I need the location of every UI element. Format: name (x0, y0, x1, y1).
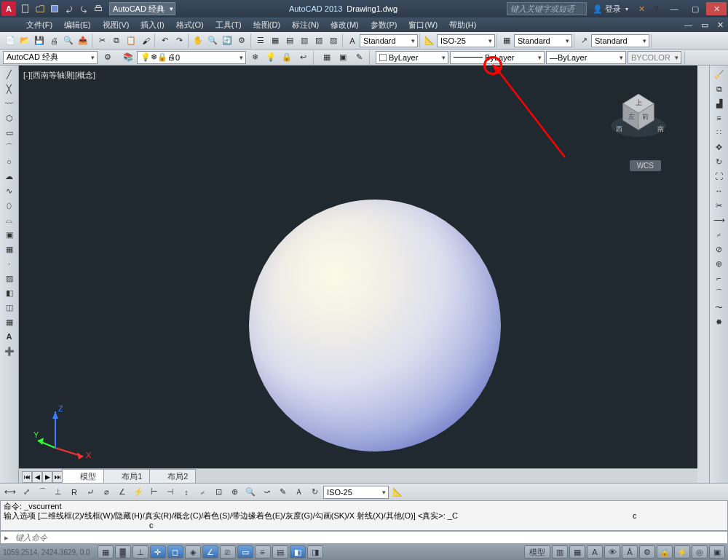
app-logo[interactable]: A (1, 1, 16, 16)
viewport-label[interactable]: [-][西南等轴测][概念] (23, 70, 95, 81)
dimstyle2-icon[interactable]: 📐 (390, 485, 405, 500)
coordinates[interactable]: 1059.2514, 2424.3629, 0.0 (3, 548, 90, 556)
dimbar-style-dropdown[interactable]: ISO-25 (323, 486, 389, 499)
workspace-dropdown-2[interactable]: AutoCAD 经典 (3, 51, 98, 64)
toolpalette-icon[interactable]: ▤ (282, 33, 297, 48)
circle-icon[interactable]: ○ (1, 154, 17, 169)
layer-lock-icon[interactable]: 🔒 (280, 50, 294, 65)
rotate2-icon[interactable]: ↻ (711, 154, 727, 169)
qview-dwg-icon[interactable]: ▦ (569, 545, 585, 559)
preview-icon[interactable]: 🔍 (61, 33, 76, 48)
markup-icon[interactable]: ▧ (312, 33, 326, 48)
annovis-icon[interactable]: 👁 (604, 545, 620, 559)
layer-freeze-icon[interactable]: ❄ (248, 50, 262, 65)
ins-block-icon[interactable]: ▦ (320, 50, 334, 65)
block-icon[interactable]: ▦ (1, 242, 17, 256)
dc-icon[interactable]: ▦ (268, 33, 282, 48)
region-icon[interactable]: ◫ (1, 300, 17, 315)
hatch-icon[interactable]: ▨ (1, 271, 17, 285)
dim-linear-icon[interactable]: ⟷ (3, 485, 17, 500)
tab-layout2[interactable]: 布局2 (149, 469, 196, 484)
breakpt-icon[interactable]: ⊘ (711, 242, 727, 256)
save-icon[interactable] (48, 2, 61, 15)
layer-dropdown[interactable]: 💡❄🔒🖨 0 (137, 51, 246, 64)
spline-icon[interactable]: ∿ (1, 184, 17, 198)
lineweight-dropdown[interactable]: — ByLayer (546, 51, 626, 64)
ws-switch-icon[interactable]: ⚙ (639, 545, 655, 559)
text-style-dropdown[interactable]: Standard (360, 34, 418, 47)
mtext-icon[interactable]: A (1, 329, 17, 344)
make-block-icon[interactable]: ▣ (336, 50, 350, 65)
menu-insert[interactable]: 插入(I) (135, 18, 170, 32)
edit-block-icon[interactable]: ✎ (352, 50, 366, 65)
publish-icon[interactable]: 📤 (76, 33, 90, 48)
lock-ui-icon[interactable]: 🔒 (657, 545, 673, 559)
polygon-icon[interactable]: ⬡ (1, 111, 17, 125)
menu-modify[interactable]: 修改(M) (325, 18, 365, 32)
lwt-button[interactable]: ≡ (255, 545, 271, 559)
addsel-icon[interactable]: ➕ (1, 344, 17, 358)
layer-manager-icon[interactable]: 📚 (121, 50, 135, 65)
copy-icon[interactable]: ⧉ (109, 33, 124, 48)
maximize-button[interactable]: ▢ (685, 2, 705, 15)
dim-jog-icon[interactable]: ⤾ (83, 485, 98, 500)
viewcube[interactable]: 上 左 前 西 南 (606, 84, 671, 150)
tab-model[interactable]: 模型 (62, 469, 104, 484)
point-icon[interactable]: · (1, 256, 17, 271)
tablestyle-icon[interactable]: ▦ (499, 33, 514, 48)
hardware-icon[interactable]: ⚡ (674, 545, 690, 559)
explode2-icon[interactable]: ✸ (711, 315, 727, 329)
table-icon[interactable]: ▦ (1, 315, 17, 329)
otrack-button[interactable]: ∠ (202, 545, 218, 559)
cut-icon[interactable]: ✂ (95, 33, 109, 48)
paste-icon[interactable]: 📋 (124, 33, 138, 48)
color-dropdown[interactable]: ByLayer (376, 51, 448, 64)
ellipse-icon[interactable]: ⬯ (1, 198, 17, 213)
polar-button[interactable]: ✛ (150, 545, 166, 559)
center-icon[interactable]: ⊕ (227, 485, 242, 500)
dim-rad-icon[interactable]: R (67, 485, 82, 500)
ws-settings-icon[interactable]: ⚙ (100, 50, 115, 65)
menu-help[interactable]: 帮助(H) (443, 18, 482, 32)
zoom-icon[interactable]: 🔍 (205, 33, 220, 48)
sign-in[interactable]: 👤 登录▾ (593, 4, 628, 15)
trim2-icon[interactable]: ✂ (711, 198, 727, 213)
erase-icon[interactable]: 🧹 (711, 67, 727, 82)
pan-icon[interactable]: ✋ (191, 33, 205, 48)
revcloud-icon[interactable]: ☁ (1, 169, 17, 184)
menu-format[interactable]: 格式(O) (170, 18, 210, 32)
dim-aligned-icon[interactable]: ⤢ (19, 485, 33, 500)
doc-minimize-button[interactable]: — (680, 20, 697, 29)
model-space-button[interactable]: 模型 (524, 545, 550, 559)
rect-icon[interactable]: ▭ (1, 125, 17, 140)
offset2-icon[interactable]: ≡ (711, 111, 727, 125)
3dosnap-button[interactable]: ◈ (185, 545, 201, 559)
break2-icon[interactable]: ⌿ (711, 227, 727, 242)
exchange-icon[interactable]: ✕ (634, 1, 649, 16)
clean-screen-icon[interactable]: ▣ (709, 545, 725, 559)
grid-button[interactable]: ▓ (115, 545, 131, 559)
minimize-button[interactable]: — (664, 2, 684, 15)
match-icon[interactable]: 🖌 (138, 33, 153, 48)
tpy-button[interactable]: ▤ (272, 545, 288, 559)
join2-icon[interactable]: ⊕ (711, 256, 727, 271)
fillet2-icon[interactable]: ⌒ (711, 285, 727, 300)
help-search[interactable]: 键入关键字或短语 (507, 2, 587, 15)
arc-icon[interactable]: ⌒ (1, 140, 17, 154)
array2-icon[interactable]: ∷ (711, 125, 727, 140)
extend2-icon[interactable]: ⟶ (711, 213, 727, 227)
properties-icon[interactable]: ☰ (253, 33, 268, 48)
undo-icon[interactable]: ↶ (157, 33, 172, 48)
dimedit-icon[interactable]: ✎ (275, 485, 290, 500)
open-icon[interactable] (33, 2, 47, 15)
menu-tools[interactable]: 工具(T) (210, 18, 248, 32)
calc-icon[interactable]: ▨ (326, 33, 341, 48)
scale2-icon[interactable]: ⛶ (711, 169, 727, 184)
dim-ord-icon[interactable]: ⊥ (51, 485, 66, 500)
command-input[interactable] (12, 533, 727, 542)
dim-quick-icon[interactable]: ⚡ (131, 485, 146, 500)
wcs-badge[interactable]: WCS (630, 160, 661, 171)
doc-close-button[interactable]: ✕ (713, 20, 728, 30)
tab-next-icon[interactable]: ▶ (42, 471, 52, 483)
tab-first-icon[interactable]: ⏮ (22, 471, 32, 483)
